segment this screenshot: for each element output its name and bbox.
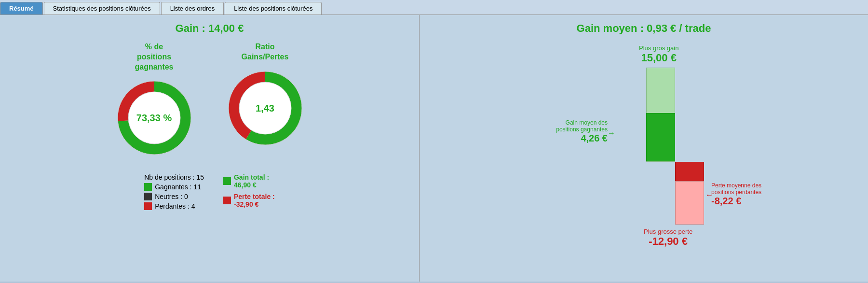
main-content: Gain : 14,00 € % de positions gagnantes <box>0 15 868 282</box>
stats-col: Nb de positions : 15 Gagnantes : 11 Neut… <box>144 173 275 212</box>
gain-moyen-pos-label: Gain moyen des positions gagnantes 4,26 … <box>514 119 608 144</box>
gains-stats: Gain total : 46,90 € Perte totale : -32,… <box>223 173 275 212</box>
plus-grosse-perte-label: Plus grosse perte -12,90 € <box>644 228 692 248</box>
gagnantes-line: Gagnantes : 11 <box>144 183 204 191</box>
bar-perte-moy <box>675 181 704 225</box>
chart1-donut: 73,33 % <box>113 77 195 159</box>
tab-resume[interactable]: Résumé <box>0 2 43 14</box>
gain-title: Gain : 14,00 € <box>176 22 244 35</box>
tab-stats[interactable]: Statistiques des positions clôturées <box>44 2 160 14</box>
positions-stats: Nb de positions : 15 Gagnantes : 11 Neut… <box>144 173 204 212</box>
gain-value: 14,00 € <box>208 22 244 34</box>
left-panel: Gain : 14,00 € % de positions gagnantes <box>0 15 420 282</box>
tab-closed[interactable]: Liste des positions clôturées <box>225 2 322 14</box>
neutres-color <box>144 193 152 200</box>
bar-chart-area: Plus gros gain 15,00 € Gain moyen des po… <box>504 44 784 247</box>
chart1-center-value: 73,33 % <box>136 113 172 124</box>
gagnantes-color <box>144 183 152 191</box>
bar-gain-moyen <box>646 113 675 161</box>
perdantes-color <box>144 202 152 210</box>
chart1-block: % de positions gagnantes <box>113 42 195 159</box>
right-panel: Gain moyen : 0,93 € / trade Plus gros ga… <box>420 15 868 282</box>
nb-positions: Nb de positions : 15 <box>144 173 204 181</box>
chart1-label: % de positions gagnantes <box>135 42 173 72</box>
neutres-line: Neutres : 0 <box>144 193 204 200</box>
perte-moy-pos-label: Perte moyenne des positions perdantes -8… <box>711 182 761 207</box>
gain-total-line: Gain total : 46,90 € <box>223 173 275 189</box>
gain-label: Gain : <box>176 22 208 34</box>
arrow-perte-moy: ← <box>705 191 713 199</box>
charts-row: % de positions gagnantes <box>113 42 306 159</box>
plus-gros-gain-label: Plus gros gain 15,00 € <box>639 44 678 64</box>
perdantes-line: Perdantes : 4 <box>144 202 204 210</box>
chart2-donut: 1,43 <box>224 67 306 149</box>
perte-total-color <box>223 197 231 204</box>
chart2-block: Ratio Gains/Pertes 1,43 <box>224 42 306 149</box>
gain-moyen-title: Gain moyen : 0,93 € / trade <box>577 22 711 35</box>
perte-total-line: Perte totale : -32,90 € <box>223 193 275 208</box>
chart2-center-value: 1,43 <box>256 102 274 113</box>
tab-orders[interactable]: Liste des ordres <box>161 2 224 14</box>
arrow-gain-moyen: → <box>608 129 615 138</box>
chart2-label: Ratio Gains/Pertes <box>242 42 289 62</box>
gain-total-color <box>223 177 231 185</box>
tab-bar: Résumé Statistiques des positions clôtur… <box>0 0 868 15</box>
